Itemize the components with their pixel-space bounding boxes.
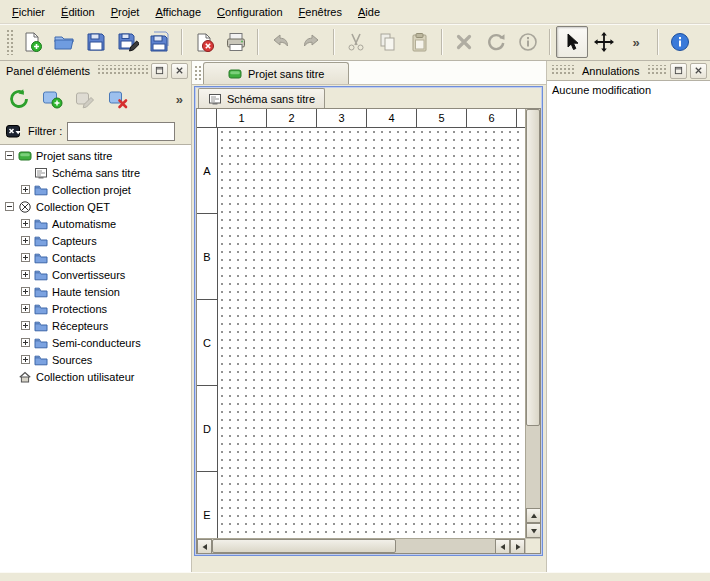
tree-item[interactable]: Automatisme (0, 215, 191, 232)
vertical-scroll-thumb[interactable] (526, 109, 540, 426)
expander-plus-icon[interactable] (21, 270, 30, 279)
tree-item[interactable]: Sources (0, 351, 191, 368)
expander-minus-icon[interactable] (5, 202, 14, 211)
copy-button[interactable] (372, 26, 404, 58)
project-tab[interactable]: Projet sans titre (203, 62, 349, 84)
scroll-down-button[interactable] (526, 523, 541, 538)
delete-button[interactable] (448, 26, 480, 58)
tree-item[interactable]: Projet sans titre (0, 147, 191, 164)
grid-dots-area[interactable] (218, 128, 525, 538)
expander-plus-icon[interactable] (21, 355, 30, 364)
rotate-button[interactable] (480, 26, 512, 58)
elements-panel-titlebar[interactable]: Panel d'éléments (0, 61, 191, 80)
toolbar-separator (549, 29, 551, 55)
menu-item-0[interactable]: Fichier (4, 3, 53, 21)
delete-element-button[interactable] (103, 84, 133, 114)
diagram-subwindow: Schéma sans titre 123456 ABCDE (194, 86, 543, 556)
toolbar-handle[interactable] (6, 29, 13, 55)
print-button[interactable] (220, 26, 252, 58)
reload-collections-button[interactable] (4, 84, 34, 114)
menu-item-1[interactable]: Édition (53, 3, 103, 21)
expander-plus-icon[interactable] (21, 321, 30, 330)
vertical-scrollbar[interactable] (525, 109, 540, 538)
open-project-button[interactable] (48, 26, 80, 58)
panel-overflow-chevron[interactable]: » (172, 92, 187, 107)
tree-item[interactable]: Semi-conducteurs (0, 334, 191, 351)
undo-history-list[interactable]: Aucune modification (547, 80, 710, 572)
clear-filter-icon[interactable] (6, 123, 23, 140)
about-info-button[interactable] (664, 26, 696, 58)
cut-button[interactable] (340, 26, 372, 58)
menu-item-6[interactable]: Aide (350, 3, 388, 21)
paste-button[interactable] (404, 26, 436, 58)
scroll-left-button-2[interactable] (495, 539, 510, 554)
tabbar-handle[interactable] (194, 65, 201, 81)
expander-minus-icon[interactable] (5, 151, 14, 160)
menu-item-4[interactable]: Configuration (209, 3, 290, 21)
vertical-scroll-track[interactable] (526, 426, 540, 508)
tree-item[interactable]: Récepteurs (0, 317, 191, 334)
new-element-button[interactable] (37, 84, 67, 114)
undo-panel-title: Annulations (579, 65, 643, 77)
expander-plus-icon[interactable] (21, 304, 30, 313)
tree-item[interactable]: Protections (0, 300, 191, 317)
menu-item-3[interactable]: Affichage (147, 3, 209, 21)
menu-item-2[interactable]: Projet (103, 3, 148, 21)
scroll-left-button[interactable] (197, 539, 212, 554)
save-button[interactable] (80, 26, 112, 58)
horizontal-scroll-thumb[interactable] (212, 539, 396, 553)
horizontal-scrollbar[interactable] (197, 538, 525, 553)
undo-panel-titlebar[interactable]: Annulations (547, 61, 710, 80)
expander-plus-icon[interactable] (21, 338, 30, 347)
toolbar-separator (257, 29, 259, 55)
expander-plus-icon[interactable] (21, 219, 30, 228)
center-area: Projet sans titre Schéma sans titre (192, 61, 546, 572)
arrow-up-icon (530, 512, 538, 520)
expander-plus-icon[interactable] (21, 185, 30, 194)
filter-input[interactable] (67, 122, 175, 141)
pointer-arrow-icon (561, 31, 583, 53)
tree-item[interactable]: Convertisseurs (0, 266, 191, 283)
tree-item[interactable]: Collection projet (0, 181, 191, 198)
project-tab-bar: Projet sans titre (192, 61, 546, 85)
row-label: C (197, 300, 217, 386)
tree-item-label: Collection projet (52, 184, 131, 196)
save-as-button[interactable] (112, 26, 144, 58)
tree-item[interactable]: Capteurs (0, 232, 191, 249)
tree-item[interactable]: Contacts (0, 249, 191, 266)
scroll-up-button[interactable] (526, 508, 541, 523)
column-label: 3 (317, 109, 367, 127)
undo-button[interactable] (264, 26, 296, 58)
expander-plus-icon[interactable] (21, 253, 30, 262)
toolbar-overflow-button[interactable]: » (620, 26, 652, 58)
dock-handle-dots (646, 65, 668, 76)
expander-plus-icon[interactable] (21, 236, 30, 245)
save-all-button[interactable] (144, 26, 176, 58)
horizontal-scroll-track[interactable] (396, 539, 495, 553)
dock-close-button[interactable] (171, 63, 188, 79)
tree-item[interactable]: Schéma sans titre (0, 164, 191, 181)
expander-plus-icon[interactable] (21, 287, 30, 296)
schema-tab[interactable]: Schéma sans titre (198, 88, 325, 108)
ruler-corner (197, 109, 217, 127)
scroll-right-button[interactable] (510, 539, 525, 554)
dock-float-button[interactable] (151, 63, 168, 79)
row-label: B (197, 214, 217, 300)
new-file-button[interactable] (16, 26, 48, 58)
menu-item-5[interactable]: Fenêtres (291, 3, 350, 21)
tree-item[interactable]: Collection utilisateur (0, 368, 191, 385)
diagram-canvas[interactable]: 123456 ABCDE (197, 109, 525, 538)
move-view-button[interactable] (588, 26, 620, 58)
qet-icon (18, 200, 32, 214)
redo-button[interactable] (296, 26, 328, 58)
element-info-icon (517, 31, 539, 53)
tree-item-label: Convertisseurs (52, 269, 125, 281)
edit-element-button[interactable] (70, 84, 100, 114)
close-file-button[interactable] (188, 26, 220, 58)
dock-close-button[interactable] (690, 63, 707, 79)
tree-item[interactable]: Haute tension (0, 283, 191, 300)
select-pointer-button[interactable] (556, 26, 588, 58)
dock-float-button[interactable] (670, 63, 687, 79)
element-info-button[interactable] (512, 26, 544, 58)
tree-item[interactable]: Collection QET (0, 198, 191, 215)
